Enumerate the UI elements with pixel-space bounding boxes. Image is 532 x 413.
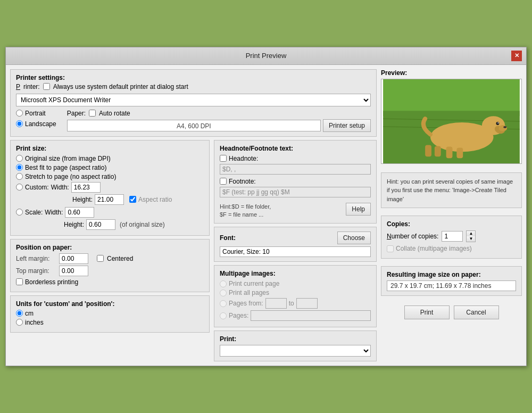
pages-radio[interactable]: [220, 312, 227, 319]
svg-rect-11: [446, 146, 453, 158]
cancel-button[interactable]: Cancel: [454, 305, 499, 319]
left-margin-input[interactable]: [59, 253, 88, 264]
original-size-radio[interactable]: [16, 155, 23, 162]
scale-width-input[interactable]: [65, 207, 94, 218]
scale-height-label: Height:: [64, 221, 84, 228]
printer-label: P: [16, 83, 20, 90]
print-preview-window: Print Preview ✕ Printer settings: Printe…: [5, 47, 527, 367]
svg-rect-0: [383, 79, 520, 116]
pages-from-label: Pages from:: [229, 300, 263, 307]
position-section: Position on paper: Left margin: Centered…: [10, 239, 210, 292]
choose-font-button[interactable]: Choose: [337, 232, 371, 244]
centered-checkbox[interactable]: [97, 255, 104, 262]
landscape-radio[interactable]: [16, 120, 23, 127]
hint-text: Hint: you can print several copies of sa…: [387, 178, 513, 202]
font-section: Font: Choose: [214, 227, 377, 262]
number-of-copies-label: Number of copies:: [387, 233, 438, 240]
custom-height-label: Height:: [72, 196, 93, 203]
font-value-input[interactable]: [220, 246, 371, 257]
pages-to-input[interactable]: [296, 298, 318, 309]
always-default-checkbox[interactable]: [43, 83, 50, 90]
left-panel: Printer settings: Printer: Always use sy…: [10, 69, 377, 362]
landscape-label: Landscape: [25, 120, 56, 128]
preview-box: [381, 79, 522, 164]
always-default-label: Always use system default printer at dia…: [53, 83, 188, 90]
top-margin-input[interactable]: [59, 266, 88, 276]
print-all-pages-radio[interactable]: [220, 290, 227, 296]
copies-input[interactable]: [442, 231, 463, 242]
result-section: Resulting image size on paper: 29.7 x 19…: [381, 266, 522, 296]
position-label: Position on paper:: [16, 244, 204, 251]
custom-width-label: Width:: [51, 184, 69, 191]
footnote-checkbox[interactable]: [220, 178, 227, 185]
headnote-checkbox[interactable]: [220, 155, 227, 162]
multipage-section: Multipage images: Print current page Pri…: [214, 265, 377, 327]
help-button[interactable]: Help: [346, 203, 371, 216]
window-body: Printer settings: Printer: Always use sy…: [6, 65, 526, 366]
paper-info: A4, 600 DPI: [67, 120, 321, 131]
result-value: 29.7 x 19.7 cm; 11.69 x 7.78 inches: [387, 280, 516, 291]
inches-radio[interactable]: [16, 319, 23, 326]
collate-checkbox[interactable]: [387, 245, 394, 252]
printer-settings-section: Printer settings: Printer: Always use sy…: [10, 69, 377, 137]
to-label: to: [289, 300, 294, 307]
scale-radio[interactable]: [16, 209, 23, 216]
best-fit-label: Best fit to page (aspect ratio): [25, 164, 106, 171]
print-size-label: Print size:: [16, 145, 204, 152]
preview-image: [381, 79, 521, 163]
units-section: Units for 'custom' and 'position': cm in…: [10, 295, 210, 333]
stretch-label: Stretch to page (no aspect ratio): [25, 173, 116, 180]
best-fit-radio[interactable]: [16, 164, 23, 171]
hn-label: Headnote/Footnote text:: [220, 145, 371, 152]
centered-label: Centered: [107, 255, 133, 262]
scale-label: Scale:: [25, 209, 43, 216]
printer-select[interactable]: Microsoft XPS Document Writer: [16, 94, 371, 106]
borderless-checkbox[interactable]: [16, 278, 23, 285]
copies-section: Copies: Number of copies: ▲ ▼ Collate (m…: [381, 216, 522, 259]
pages-from-radio[interactable]: [220, 300, 227, 307]
copies-up-button[interactable]: ▲: [467, 231, 475, 236]
pages-label: Pages:: [229, 312, 248, 319]
cm-label: cm: [25, 310, 34, 317]
hint-panel: Hint: you can print several copies of sa…: [381, 172, 522, 209]
result-label: Resulting image size on paper:: [387, 271, 516, 278]
print-button[interactable]: Print: [404, 305, 450, 319]
cm-radio[interactable]: [16, 310, 23, 317]
scale-note: (of original size): [120, 221, 165, 228]
close-button[interactable]: ✕: [511, 51, 522, 61]
stretch-radio[interactable]: [16, 173, 23, 180]
svg-rect-12: [456, 147, 463, 158]
copies-down-button[interactable]: ▼: [467, 236, 475, 242]
custom-height-input[interactable]: [95, 194, 124, 205]
print-all-pages-label: Print all pages: [229, 289, 269, 296]
aspect-ratio-checkbox[interactable]: [129, 196, 136, 203]
preview-label: Preview:: [381, 69, 522, 77]
pages-input[interactable]: [251, 310, 371, 321]
print-current-page-radio[interactable]: [220, 280, 227, 287]
print-size-section: Print size: Original size (from image DP…: [10, 140, 210, 236]
svg-point-8: [503, 126, 506, 128]
svg-point-7: [498, 125, 507, 131]
portrait-radio[interactable]: [16, 110, 23, 117]
right-panel: Preview:: [381, 69, 522, 362]
print-select[interactable]: All Odd pages Even pages: [220, 345, 371, 357]
footnote-input[interactable]: [220, 187, 371, 197]
custom-label: Custom:: [25, 184, 49, 191]
headnote-input[interactable]: [220, 164, 371, 175]
portrait-label: Portrait: [25, 110, 46, 117]
custom-radio[interactable]: [16, 184, 23, 191]
svg-point-9: [496, 122, 499, 125]
left-margin-label: Left margin:: [16, 255, 56, 262]
pages-from-input[interactable]: [265, 298, 287, 309]
copies-label: Copies:: [387, 220, 516, 228]
copies-spinner: ▲ ▼: [466, 230, 476, 242]
auto-rotate-checkbox[interactable]: [89, 110, 96, 117]
paper-label: Paper:: [67, 110, 86, 117]
printer-setup-button[interactable]: Printer setup: [323, 119, 371, 132]
custom-width-input[interactable]: [71, 182, 101, 193]
scale-width-label: Width:: [45, 209, 63, 216]
top-margin-label: Top margin:: [16, 267, 56, 275]
headnote-footnote-section: Headnote/Footnote text: Headnote: Footno…: [214, 140, 377, 224]
svg-rect-13: [425, 145, 431, 156]
scale-height-input[interactable]: [86, 219, 115, 230]
